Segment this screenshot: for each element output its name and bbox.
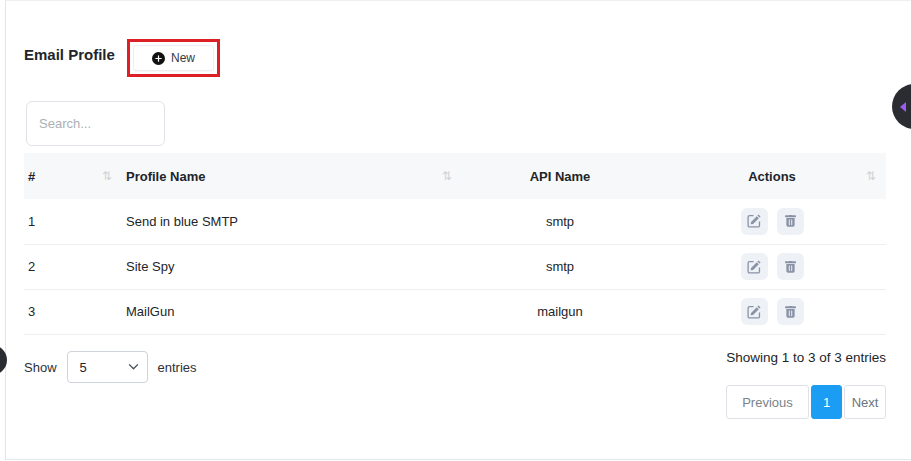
sort-icon[interactable]: ⇅ [442,170,452,182]
new-button-label: New [171,51,195,65]
edit-pencil-square-icon [747,214,761,228]
delete-button[interactable] [777,253,804,280]
search-input[interactable] [26,101,165,146]
page-title: Email Profile [24,46,115,63]
email-profile-page: Email Profile New # ⇅ Profile Name ⇅ [0,0,911,461]
row-index: 3 [24,289,122,334]
trash-icon [784,214,797,228]
delete-button[interactable] [777,208,804,235]
entries-label: entries [158,360,197,375]
edit-pencil-square-icon [747,305,761,319]
api-name-cell: smtp [462,244,662,289]
delete-button[interactable] [777,298,804,325]
trash-icon [784,305,797,319]
profile-name-cell: Send in blue SMTP [122,199,462,244]
previous-page-button[interactable]: Previous [726,385,809,419]
table-row: 1 Send in blue SMTP smtp [24,199,886,244]
table-row: 2 Site Spy smtp [24,244,886,289]
show-label: Show [24,360,57,375]
sort-icon[interactable]: ⇅ [102,170,112,182]
trash-icon [784,260,797,274]
table-header-row: # ⇅ Profile Name ⇅ API Name Actions ⇅ [24,153,886,199]
column-header-api-name: API Name [462,153,662,199]
actions-cell [666,253,878,280]
arrow-left-icon [897,101,909,113]
plus-circle-icon [152,52,165,65]
page-length-select[interactable]: 5 [67,351,148,383]
profile-name-cell: Site Spy [122,244,462,289]
column-header-profile-name[interactable]: Profile Name ⇅ [122,153,462,199]
actions-cell [666,298,878,325]
edit-button[interactable] [741,253,768,280]
page-number-button[interactable]: 1 [811,385,842,419]
new-button[interactable]: New [133,45,214,71]
edit-button[interactable] [741,298,768,325]
next-page-button[interactable]: Next [844,385,886,419]
page-length-control: Show 5 entries [24,351,197,383]
edit-pencil-square-icon [747,260,761,274]
column-header-index[interactable]: # ⇅ [24,153,122,199]
column-header-actions[interactable]: Actions ⇅ [662,153,886,199]
pagination: Previous 1 Next [726,385,886,419]
actions-cell [666,208,878,235]
row-index: 2 [24,244,122,289]
sort-icon[interactable]: ⇅ [866,170,876,182]
row-index: 1 [24,199,122,244]
email-profile-table: # ⇅ Profile Name ⇅ API Name Actions ⇅ 1 [24,153,886,335]
edit-button[interactable] [741,208,768,235]
api-name-cell: mailgun [462,289,662,334]
profile-name-cell: MailGun [122,289,462,334]
table-row: 3 MailGun mailgun [24,289,886,334]
api-name-cell: smtp [462,199,662,244]
table-info-text: Showing 1 to 3 of 3 entries [726,350,886,365]
